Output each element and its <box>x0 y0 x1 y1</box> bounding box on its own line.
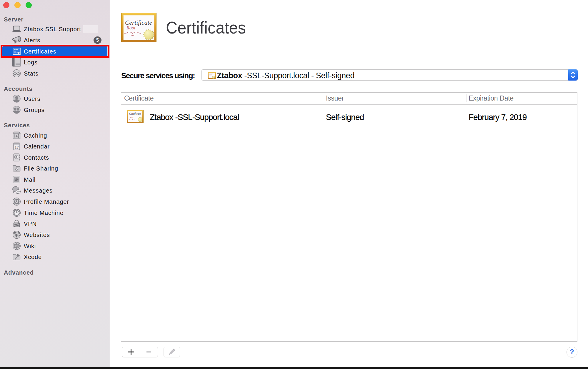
svg-text:Root: Root <box>126 25 136 30</box>
svg-text:Certificate: Certificate <box>129 112 141 115</box>
svg-text:Root: Root <box>129 116 134 118</box>
svg-text:17: 17 <box>14 145 19 150</box>
